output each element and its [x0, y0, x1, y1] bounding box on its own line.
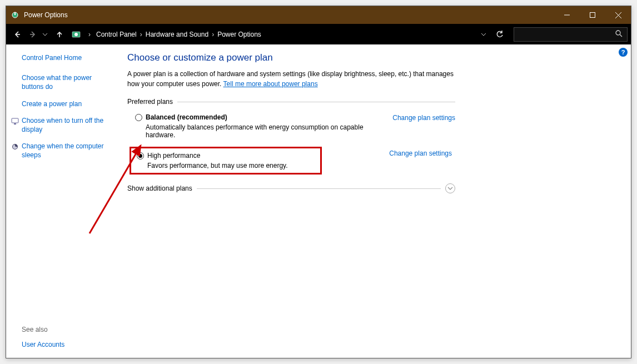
window: Power Options › Control Panel › Hardware… — [6, 6, 631, 358]
location-icon — [71, 29, 82, 40]
plan-high-perf-row: High performance Favors performance, but… — [127, 144, 455, 177]
search-box[interactable] — [514, 27, 628, 42]
up-button[interactable] — [52, 27, 67, 42]
chevron-icon: › — [85, 31, 94, 38]
page-title: Choose or customize a power plan — [127, 52, 455, 63]
svg-point-11 — [616, 31, 620, 35]
show-additional-label: Show additional plans — [127, 185, 192, 192]
svg-point-10 — [74, 33, 78, 36]
maximize-button[interactable] — [580, 6, 605, 24]
chevron-icon: › — [208, 31, 217, 38]
balanced-radio[interactable] — [135, 114, 142, 121]
page-description: A power plan is a collection of hardware… — [127, 69, 455, 89]
tell-me-more-link[interactable]: Tell me more about power plans — [223, 80, 318, 88]
expand-icon[interactable] — [445, 183, 455, 193]
titlebar: Power Options — [6, 6, 631, 24]
search-input[interactable] — [519, 31, 615, 38]
recent-dropdown[interactable] — [41, 27, 49, 42]
content: ? Control Panel Home Choose what the pow… — [6, 44, 631, 358]
divider — [177, 102, 455, 102]
svg-line-12 — [620, 34, 622, 37]
svg-rect-13 — [12, 118, 18, 123]
svg-rect-3 — [590, 13, 595, 18]
annotation-highlight: High performance Favors performance, but… — [130, 147, 322, 174]
user-accounts-link[interactable]: User Accounts — [22, 340, 114, 349]
high-perf-name: High performance — [147, 152, 288, 159]
see-also-label: See also — [22, 326, 114, 333]
search-icon — [615, 30, 623, 39]
sleep-icon — [11, 142, 19, 151]
divider — [197, 188, 441, 189]
sidebar: Control Panel Home Choose what the power… — [6, 44, 122, 358]
breadcrumb-power-options[interactable]: Power Options — [217, 31, 261, 38]
breadcrumb-control-panel[interactable]: Control Panel — [96, 31, 137, 38]
forward-button[interactable] — [25, 27, 41, 42]
plan-balanced-row: Balanced (recommended) Automatically bal… — [127, 111, 455, 144]
window-buttons — [554, 6, 631, 24]
high-perf-radio[interactable] — [137, 152, 144, 159]
svg-rect-1 — [14, 12, 16, 15]
turn-off-display-link[interactable]: Choose when to turn off the display — [22, 116, 114, 134]
computer-sleeps-link[interactable]: Change when the computer sleeps — [22, 142, 114, 159]
window-title: Power Options — [24, 11, 554, 19]
display-icon — [11, 117, 19, 126]
high-perf-desc: Favors performance, but may use more ene… — [147, 162, 288, 169]
breadcrumb: Control Panel › Hardware and Sound › Pow… — [94, 31, 477, 38]
show-additional-row[interactable]: Show additional plans — [127, 183, 455, 193]
app-icon — [11, 11, 19, 19]
back-button[interactable] — [9, 27, 25, 42]
power-buttons-link[interactable]: Choose what the power buttons do — [22, 73, 114, 91]
breadcrumb-hardware-sound[interactable]: Hardware and Sound — [146, 31, 208, 38]
preferred-plans-header: Preferred plans — [127, 98, 455, 106]
main-panel: Choose or customize a power plan A power… — [122, 44, 631, 358]
balanced-change-link[interactable]: Change plan settings — [392, 113, 455, 122]
preferred-label: Preferred plans — [127, 98, 173, 106]
control-panel-home-link[interactable]: Control Panel Home — [22, 53, 114, 62]
create-plan-link[interactable]: Create a power plan — [22, 99, 114, 108]
balanced-name: Balanced (recommended) — [146, 113, 392, 121]
high-perf-change-link[interactable]: Change plan settings — [389, 149, 452, 157]
minimize-button[interactable] — [554, 6, 580, 24]
balanced-desc: Automatically balances performance with … — [146, 123, 392, 139]
navbar: › Control Panel › Hardware and Sound › P… — [6, 24, 631, 44]
svg-rect-14 — [14, 123, 16, 124]
close-button[interactable] — [605, 6, 631, 24]
refresh-button[interactable] — [491, 27, 508, 42]
address-dropdown[interactable] — [477, 27, 490, 42]
chevron-icon: › — [137, 31, 146, 38]
